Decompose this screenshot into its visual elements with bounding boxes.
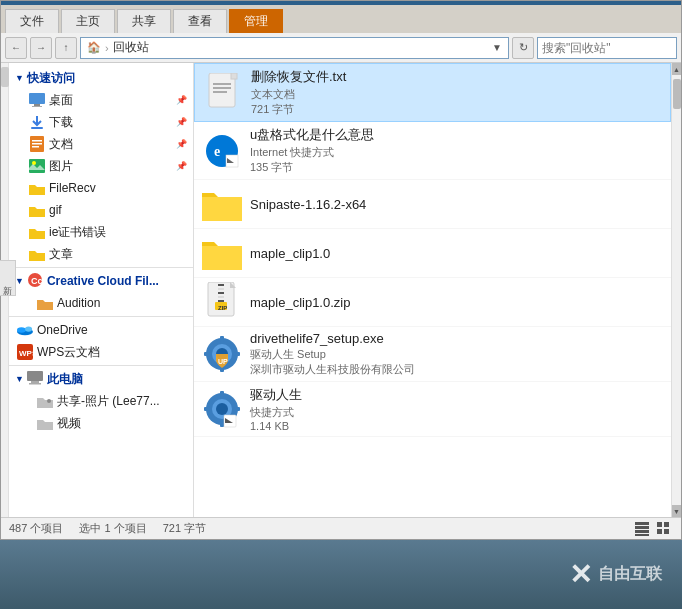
scroll-track [672, 75, 682, 505]
watermark: ✕ 自由互联 [569, 558, 662, 591]
svg-text:UP: UP [218, 358, 228, 365]
svg-text:WPS: WPS [19, 349, 33, 358]
svg-rect-24 [213, 83, 231, 85]
pictures-icon [29, 158, 45, 174]
svg-rect-57 [635, 522, 649, 525]
sidebar-quick-access-header[interactable]: ▼ 快速访问 [9, 67, 193, 89]
divider-2 [9, 316, 193, 317]
svg-rect-50 [220, 391, 224, 397]
address-dropdown[interactable]: ▼ [492, 42, 502, 53]
sidebar-item-onedrive[interactable]: OneDrive [9, 319, 193, 341]
sidebar-item-downloads[interactable]: 下载 📌 [9, 111, 193, 133]
file-item-u-disk[interactable]: e u盘格式化是什么意思 Internet 快捷方式 135 字节 [194, 122, 671, 180]
status-size: 721 字节 [163, 521, 206, 536]
sidebar-item-ie-cert[interactable]: ie证书错误 [9, 221, 193, 243]
sidebar-item-gif[interactable]: gif [9, 199, 193, 221]
file-type-2: Internet 快捷方式 [250, 145, 663, 160]
svg-rect-7 [32, 146, 39, 148]
view-toggle-group [633, 520, 673, 538]
tab-view[interactable]: 查看 [173, 9, 227, 33]
sidebar-desktop-label: 桌面 [49, 92, 73, 109]
filelist-scrollbar[interactable]: ▲ ▼ [671, 63, 681, 517]
snipaste-folder-icon [202, 184, 242, 224]
tab-share[interactable]: 共享 [117, 9, 171, 33]
svg-rect-53 [234, 407, 240, 411]
file-item-snipaste[interactable]: Snipaste-1.16.2-x64 [194, 180, 671, 229]
details-view-btn[interactable] [633, 520, 651, 538]
file-item-info-6: drivethelife7_setup.exe 驱动人生 Setup 深圳市驱动… [250, 331, 663, 377]
svg-rect-18 [31, 381, 39, 383]
svg-rect-63 [657, 529, 662, 534]
sidebar-downloads-label: 下载 [49, 114, 73, 131]
large-icons-view-btn[interactable] [655, 520, 673, 538]
wps-icon: WPS [17, 344, 33, 360]
scrollbar-thumb-up[interactable] [1, 67, 9, 87]
sidebar-creative-cloud-header[interactable]: ▼ Cc Creative Cloud Fil... [9, 270, 193, 292]
tab-manage[interactable]: 管理 [229, 9, 283, 33]
svg-rect-5 [32, 140, 42, 142]
sidebar-item-documents[interactable]: 文档 📌 [9, 133, 193, 155]
sidebar-item-wps[interactable]: WPS WPS云文档 [9, 341, 193, 363]
back-button[interactable]: ← [5, 37, 27, 59]
file-item-maple-clip[interactable]: maple_clip1.0 [194, 229, 671, 278]
svg-rect-17 [27, 371, 43, 381]
sidebar-video-label: 视频 [57, 415, 81, 432]
tab-home[interactable]: 主页 [61, 9, 115, 33]
file-list: 删除恢复文件.txt 文本文档 721 字节 e u盘格式化是什么意思 [194, 63, 671, 517]
sidebar-audition-label: Audition [57, 296, 100, 310]
refresh-button[interactable]: ↻ [512, 37, 534, 59]
forward-button[interactable]: → [30, 37, 52, 59]
drivethelife-exe-icon: UP [202, 334, 242, 374]
scroll-up-btn[interactable]: ▲ [672, 63, 682, 75]
svg-rect-35 [218, 292, 224, 294]
ie-shortcut-icon: e [202, 131, 242, 171]
file-name-7: 驱动人生 [250, 386, 663, 404]
svg-rect-25 [213, 87, 231, 89]
quick-access-label: 快速访问 [27, 70, 75, 87]
main-area: ▼ 快速访问 桌面 📌 下载 📌 文 [1, 63, 681, 517]
up-button[interactable]: ↑ [55, 37, 77, 59]
sidebar-item-desktop[interactable]: 桌面 📌 [9, 89, 193, 111]
file-item-drivethelife-exe[interactable]: UP drivethelife7_setup.exe 驱动人生 Setup 深圳… [194, 327, 671, 382]
address-text: 回收站 [113, 39, 488, 56]
watermark-x-icon: ✕ [569, 558, 592, 591]
documents-icon [29, 136, 45, 152]
sidebar-item-audition[interactable]: Audition [9, 292, 193, 314]
new-folder-button[interactable]: 新 [1, 260, 16, 296]
file-name-4: maple_clip1.0 [250, 246, 663, 261]
file-item-drivethelife-shortcut[interactable]: 驱动人生 快捷方式 1.14 KB [194, 382, 671, 437]
sidebar-item-video[interactable]: 视频 [9, 412, 193, 434]
ie-cert-folder-icon [29, 224, 45, 240]
svg-rect-23 [231, 73, 237, 79]
creative-cloud-arrow: ▼ [15, 276, 24, 286]
svg-rect-62 [664, 522, 669, 527]
scroll-thumb[interactable] [673, 79, 681, 109]
file-item-delete-restore[interactable]: 删除恢复文件.txt 文本文档 721 字节 [194, 63, 671, 122]
file-item-maple-zip[interactable]: ZIP maple_clip1.0.zip [194, 278, 671, 327]
file-size-2: 135 字节 [250, 160, 663, 175]
scroll-down-btn[interactable]: ▼ [672, 505, 682, 517]
this-pc-icon [27, 371, 43, 388]
search-input[interactable] [538, 41, 682, 55]
zip-file-icon: ZIP [202, 282, 242, 322]
sidebar-this-pc-header[interactable]: ▼ 此电脑 [9, 368, 193, 390]
address-input[interactable]: 🏠 › 回收站 ▼ [80, 37, 509, 59]
file-item-info: 删除恢复文件.txt 文本文档 721 字节 [251, 68, 662, 117]
sidebar-item-pictures[interactable]: 图片 📌 [9, 155, 193, 177]
svg-rect-44 [204, 352, 210, 356]
sidebar-share-photos-label: 共享-照片 (Lee77... [57, 393, 160, 410]
sidebar-item-article[interactable]: 文章 [9, 243, 193, 265]
file-size-7: 1.14 KB [250, 420, 663, 432]
gif-folder-icon [29, 202, 45, 218]
svg-rect-36 [218, 296, 224, 298]
svg-point-13 [17, 327, 26, 332]
svg-rect-37 [218, 300, 224, 302]
watermark-text: 自由互联 [598, 564, 662, 585]
sidebar-item-filerecv[interactable]: FileRecv [9, 177, 193, 199]
file-item-info-4: maple_clip1.0 [250, 246, 663, 261]
sidebar-item-share-photos[interactable]: 共享-照片 (Lee77... [9, 390, 193, 412]
sidebar: ▼ 快速访问 桌面 📌 下载 📌 文 [9, 63, 194, 517]
tab-file[interactable]: 文件 [5, 9, 59, 33]
file-item-info-3: Snipaste-1.16.2-x64 [250, 197, 663, 212]
file-size: 721 字节 [251, 102, 662, 117]
